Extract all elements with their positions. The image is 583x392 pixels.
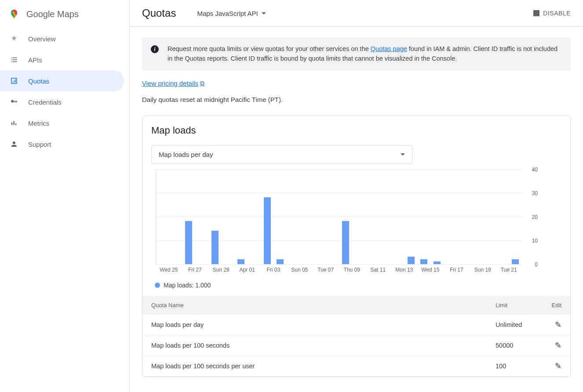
legend-label: Map loads: 1.000 [164,282,211,289]
metrics-icon [9,118,19,128]
quotas-page-link[interactable]: Quotas page [371,45,407,52]
sidebar-item-support[interactable]: Support [0,134,129,155]
x-tick-label: Tue 07 [313,264,339,275]
col-limit: Limit [487,296,539,315]
x-tick-label: Fri 17 [444,264,470,275]
quota-name-cell: Map loads per 100 seconds per user [142,356,487,376]
bar[interactable] [211,231,219,264]
bar[interactable] [342,221,349,264]
x-tick-label: Wed 25 [156,264,182,275]
x-tick-label: Tue 21 [496,264,522,275]
quota-limit-cell: 100 [487,356,539,376]
col-quota-name: Quota Name [142,296,487,315]
metric-select-label: Map loads per day [159,151,213,158]
nav-label: Quotas [28,77,49,85]
bar[interactable] [264,197,271,264]
bar[interactable] [408,257,415,264]
quotas-icon [9,76,19,86]
metric-select[interactable]: Map loads per day [151,145,412,164]
quota-table: Quota Name Limit Edit Map loads per dayU… [142,296,570,377]
quota-limit-cell: Unlimited [487,315,539,335]
reset-info: Daily quotas reset at midnight Pacific T… [142,96,571,103]
map-loads-card: Map loads Map loads per day 010203040 We… [142,116,571,377]
x-tick-label: Wed 15 [417,264,444,275]
edit-icon[interactable]: ✎ [555,320,561,329]
y-tick-label: 10 [532,238,538,244]
card-title: Map loads [142,125,570,145]
nav-label: Support [28,141,51,148]
sidebar-header: Google Maps [0,4,129,28]
api-selector[interactable]: Maps JavaScript API [197,10,266,17]
info-text: Request more quota limits or view quotas… [168,44,562,64]
bar[interactable] [277,259,284,264]
page-title: Quotas [142,7,176,19]
pricing-details-link[interactable]: View pricing details ⧉ [142,80,204,87]
y-tick-label: 40 [532,167,538,173]
bar[interactable] [185,221,192,264]
sidebar: Google Maps Overview APIs Quotas Credent… [0,0,130,392]
y-tick-label: 30 [532,190,538,196]
sidebar-item-quotas[interactable]: Quotas [0,70,124,91]
sidebar-item-metrics[interactable]: Metrics [0,113,129,134]
x-tick-label: Thu 09 [339,264,365,275]
disable-button[interactable]: DISABLE [533,10,571,17]
bar[interactable] [237,259,244,264]
person-icon [9,139,19,149]
info-icon: i [151,45,159,53]
x-tick-label: Sun 29 [208,264,234,275]
sidebar-item-apis[interactable]: APIs [0,49,129,70]
table-row: Map loads per 100 seconds per user100✎ [142,356,570,376]
y-tick-label: 20 [532,214,538,220]
overview-icon [9,33,19,44]
chart: 010203040 Wed 25Fri 27Sun 29Apr 01Fri 03… [142,169,570,275]
x-tick-label: Sun 05 [287,264,313,275]
y-tick-label: 0 [535,261,538,268]
sidebar-item-overview[interactable]: Overview [0,28,129,49]
legend-dot-icon [155,283,160,288]
quota-name-cell: Map loads per 100 seconds [142,335,487,356]
x-tick-label: Fri 03 [260,264,287,275]
x-tick-label: Sat 11 [365,264,391,275]
list-icon [9,54,19,65]
sidebar-title: Google Maps [26,9,79,19]
chart-legend: Map loads: 1.000 [142,275,570,296]
table-row: Map loads per dayUnlimited✎ [142,315,570,335]
bar[interactable] [420,259,427,264]
api-selector-label: Maps JavaScript API [197,10,258,17]
bar[interactable] [512,259,519,264]
table-row: Map loads per 100 seconds50000✎ [142,335,570,356]
caret-down-icon [401,153,405,156]
info-banner: i Request more quota limits or view quot… [142,37,571,71]
sidebar-item-credentials[interactable]: Credentials [0,91,129,113]
edit-icon[interactable]: ✎ [555,341,561,350]
col-edit: Edit [539,296,570,315]
nav-label: Metrics [28,120,49,127]
key-icon [9,97,19,107]
quota-limit-cell: 50000 [487,335,539,356]
edit-icon[interactable]: ✎ [555,362,561,370]
google-maps-logo-icon [9,9,19,19]
stop-icon [533,10,539,16]
x-tick-label: Fri 27 [182,264,208,275]
disable-label: DISABLE [543,10,571,17]
x-tick-label: Sun 19 [470,264,496,275]
main-content: Quotas Maps JavaScript API DISABLE i Req… [130,0,583,392]
x-tick-label: Apr 01 [234,264,261,275]
caret-down-icon [262,12,266,15]
nav-label: Overview [28,35,56,43]
nav-label: APIs [28,56,42,64]
x-tick-label: Mon 13 [391,264,418,275]
quota-name-cell: Map loads per day [142,315,487,335]
external-link-icon: ⧉ [200,80,204,87]
nav-label: Credentials [28,98,62,106]
top-bar: Quotas Maps JavaScript API DISABLE [130,0,583,27]
